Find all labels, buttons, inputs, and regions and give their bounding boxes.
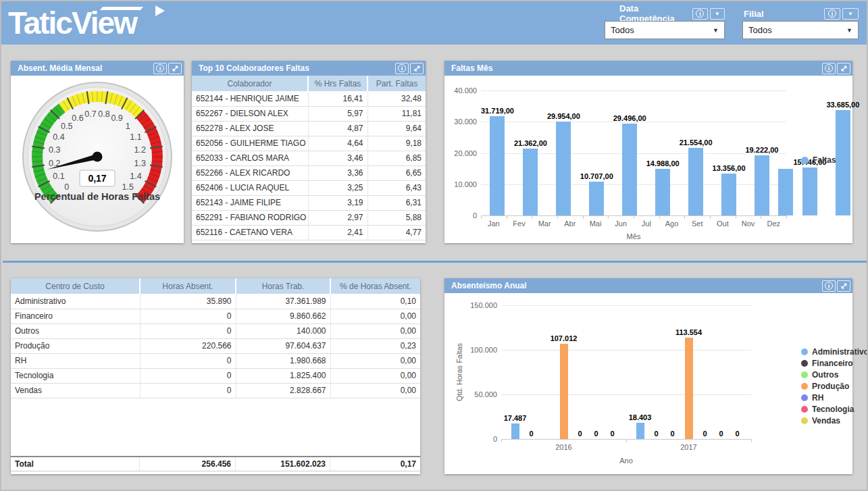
bar-produção[interactable] <box>560 344 568 439</box>
row-label-cell: 652033 - CARLOS MARA <box>192 151 308 165</box>
legend-label: Financeiro <box>812 359 853 368</box>
row-label-cell: 652278 - ALEX JOSE <box>192 121 308 136</box>
chevron-down-icon: ▼ <box>713 27 719 34</box>
legend-item[interactable]: Produção <box>801 382 868 391</box>
bar-produção[interactable] <box>685 338 693 439</box>
legend-item[interactable]: Financeiro <box>801 359 868 368</box>
x-axis-title: Mês <box>481 232 786 240</box>
panel-faltas-mes: Faltas Mês i 31.719,0021.362,0029.954,00… <box>444 61 852 243</box>
value-cell: 16,41 <box>308 91 367 106</box>
bar-dez[interactable] <box>836 110 850 215</box>
y-axis-tick-label: 20.000 <box>447 149 477 157</box>
dashboard-window: TaticView Data Competência i ▼ Todos ▼ F… <box>0 0 868 491</box>
row-label-cell: Outros <box>11 324 140 338</box>
value-cell: 37.361.989 <box>236 294 330 309</box>
x-axis-tick <box>659 215 660 219</box>
panel-title: Top 10 Colaboradores Faltas <box>199 63 309 73</box>
column-header: % de Horas Absent. <box>330 278 420 294</box>
svg-text:0.7: 0.7 <box>84 109 96 119</box>
row-label-cell: 652144 - HENRIQUE JAIME <box>192 91 308 106</box>
bar-nov[interactable] <box>802 167 817 215</box>
bar-slot: 0 <box>730 305 746 439</box>
info-icon: i <box>696 9 704 18</box>
value-cell: 0 <box>140 309 236 324</box>
panel-expand-button[interactable] <box>168 63 182 74</box>
panel-expand-button[interactable] <box>410 63 424 74</box>
bar-administrativo[interactable] <box>511 423 519 439</box>
filter-info-button[interactable]: i <box>692 8 707 20</box>
panel-absent-media-mensal: Absent. Média Mensal i 00.10.20.30.40.50… <box>11 61 184 243</box>
bar-slot: 0 <box>605 305 621 439</box>
x-axis-tick-label: Mai <box>583 219 609 228</box>
panel-expand-button[interactable] <box>837 280 850 292</box>
svg-text:0.1: 0.1 <box>53 172 64 181</box>
bar-jun[interactable] <box>655 169 670 215</box>
column-header: Horas Absent. <box>140 278 236 294</box>
filter-menu-button[interactable]: ▼ <box>842 8 859 20</box>
value-cell: 9.860.662 <box>236 309 330 324</box>
legend-item[interactable]: Outros <box>801 370 868 380</box>
column-header: % Hrs Faltas <box>308 76 367 91</box>
bar-value-label: 0 <box>594 430 598 438</box>
value-cell: 2,97 <box>308 210 367 225</box>
bar-jul[interactable] <box>688 148 703 215</box>
legend-item[interactable]: Vendas <box>801 416 868 425</box>
value-cell: 1.825.400 <box>236 368 330 383</box>
value-cell: 9,64 <box>367 121 426 136</box>
bar-value-label: 0 <box>719 430 723 438</box>
bar-abr[interactable] <box>589 182 604 215</box>
legend-item[interactable]: Administrativo <box>801 347 868 357</box>
svg-text:0.3: 0.3 <box>49 145 60 155</box>
bar-out[interactable] <box>778 169 793 215</box>
filter-menu-button[interactable]: ▼ <box>710 8 725 20</box>
x-axis-tick <box>761 215 761 219</box>
panel-info-button[interactable]: i <box>395 63 409 74</box>
total-value: 0,17 <box>330 457 420 471</box>
bar-slot: 10.707,00 <box>580 91 613 215</box>
panel-info-button[interactable]: i <box>822 63 836 74</box>
panel-info-button[interactable]: i <box>822 280 836 292</box>
bar-ago[interactable] <box>721 174 736 215</box>
legend-marker-icon <box>801 371 808 378</box>
y-axis-tick-label: 30.000 <box>447 118 477 126</box>
bar-mai[interactable] <box>622 124 637 215</box>
bar-slot: 33.685,00 <box>826 91 859 215</box>
bar-value-label: 0 <box>578 430 582 438</box>
expand-icon <box>840 282 848 290</box>
bar-set[interactable] <box>755 155 769 215</box>
bar-jan[interactable] <box>490 116 505 215</box>
table-row: Administrativo35.89037.361.9890,10 <box>11 294 420 309</box>
bar-administrativo[interactable] <box>636 423 644 439</box>
legend-item[interactable]: Faltas <box>801 155 836 165</box>
faltas-mes-chart: 31.719,0021.362,0029.954,0010.707,0029.4… <box>444 76 852 243</box>
x-axis-tick-label: Ago <box>659 219 685 228</box>
x-axis-tick <box>501 439 502 442</box>
value-cell: 11,81 <box>367 106 426 121</box>
bar-slot: 29.496,00 <box>613 91 646 215</box>
panel-info-button[interactable]: i <box>153 63 167 74</box>
legend-item[interactable]: Tecnologia <box>801 405 868 414</box>
filial-select[interactable]: Todos ▼ <box>742 21 859 39</box>
x-axis-tick-label: Jul <box>634 219 659 228</box>
x-axis-tick-label: Fev <box>507 219 532 228</box>
bar-value-label: 0 <box>529 430 533 438</box>
value-cell: 0 <box>140 324 236 338</box>
value-cell: 5,97 <box>308 106 367 121</box>
data-competencia-select[interactable]: Todos ▼ <box>605 21 725 39</box>
filter-info-button[interactable]: i <box>824 8 840 20</box>
value-cell: 0,00 <box>330 353 420 368</box>
info-icon: i <box>828 9 836 18</box>
bar-fev[interactable] <box>523 149 538 215</box>
value-cell: 2.828.667 <box>236 383 330 398</box>
bar-mar[interactable] <box>556 122 571 215</box>
y-axis-tick-label: 50.000 <box>463 390 497 398</box>
svg-text:0.6: 0.6 <box>72 113 83 123</box>
row-label-cell: 652143 - JAIME FILIPE <box>192 195 308 210</box>
chevron-down-icon: ▼ <box>848 11 853 17</box>
svg-text:0.5: 0.5 <box>61 122 72 131</box>
panel-expand-button[interactable] <box>837 63 850 74</box>
legend-marker-icon <box>801 394 808 401</box>
legend-marker-icon <box>801 360 808 367</box>
legend-item[interactable]: RH <box>801 393 868 403</box>
info-icon: i <box>156 64 164 72</box>
